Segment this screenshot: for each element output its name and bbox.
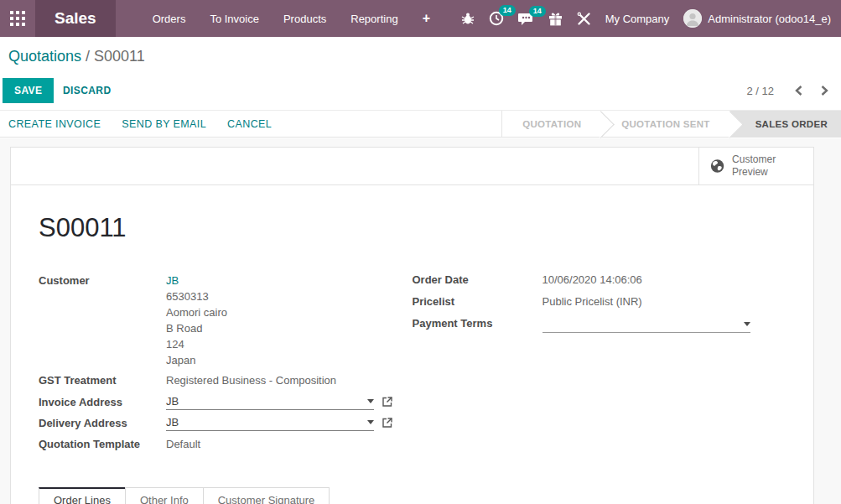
control-panel: SAVE DISCARD 2 / 12 (0, 75, 841, 109)
statusbar: QUOTATION QUOTATION SENT SALES ORDER (501, 111, 841, 137)
breadcrumb-current: S00011 (94, 48, 145, 65)
breadcrumb-row: Quotations / S00011 (0, 37, 841, 75)
tab-other-info[interactable]: Other Info (125, 487, 204, 504)
breadcrumb-quotations-link[interactable]: Quotations (8, 48, 81, 65)
app-name[interactable]: Sales (35, 0, 116, 37)
external-link-icon (382, 417, 393, 429)
delivery-address-input[interactable] (166, 416, 367, 429)
field-column-right: Order Date 10/06/2020 14:06:06 Pricelist… (413, 273, 786, 459)
field-pricelist: Pricelist Public Pricelist (INR) (413, 294, 786, 309)
dropdown-caret-icon[interactable] (367, 420, 374, 424)
gst-treatment-label: GST Treatment (39, 373, 166, 387)
activity-count-badge: 14 (499, 5, 516, 16)
customer-preview-button[interactable]: Customer Preview (698, 148, 813, 184)
breadcrumb-separator: / (81, 48, 94, 65)
invoice-address-external-link-button[interactable] (382, 396, 393, 408)
pricelist-value: Public Pricelist (INR) (542, 294, 642, 309)
form-statusbar-row: CREATE INVOICE SEND BY EMAIL CANCEL QUOT… (0, 110, 841, 138)
app-menu: Orders To Invoice Products Reporting + (153, 11, 430, 26)
apps-menu-icon[interactable] (0, 0, 35, 37)
cancel-button[interactable]: CANCEL (227, 118, 272, 130)
top-navbar: Sales Orders To Invoice Products Reporti… (0, 0, 841, 37)
send-by-email-button[interactable]: SEND BY EMAIL (122, 118, 206, 130)
order-date-value: 10/06/2020 14:06:06 (542, 273, 642, 287)
dropdown-caret-icon[interactable] (367, 399, 374, 403)
tab-order-lines[interactable]: Order Lines (39, 487, 126, 504)
field-customer: Customer JB 6530313 Aomori cairo B Road … (39, 273, 413, 368)
grid-icon (10, 11, 25, 26)
customer-address-line: B Road (166, 320, 227, 336)
customer-address-line: 6530313 (166, 288, 227, 304)
customer-address-line: Aomori cairo (166, 304, 227, 320)
tools-wrench-icon[interactable] (577, 12, 591, 26)
external-link-icon (382, 396, 393, 408)
gst-treatment-value: Registered Business - Composition (166, 373, 336, 387)
customer-preview-label: Customer Preview (732, 153, 802, 179)
payment-terms-field (542, 318, 750, 333)
user-avatar (683, 9, 702, 28)
delivery-address-label: Delivery Address (39, 416, 166, 431)
status-step-quotation-sent[interactable]: QUOTATION SENT (601, 111, 729, 137)
field-group: Customer JB 6530313 Aomori cairo B Road … (39, 273, 786, 459)
status-step-sales-order[interactable]: SALES ORDER (730, 111, 841, 137)
breadcrumb: Quotations / S00011 (8, 48, 145, 65)
field-quotation-template: Quotation Template Default (39, 437, 413, 451)
payment-terms-input[interactable] (542, 318, 744, 330)
message-count-badge: 14 (529, 6, 546, 17)
user-name: Administrator (odoo14_e) (708, 13, 831, 25)
field-payment-terms: Payment Terms (413, 316, 786, 333)
invoice-address-input[interactable] (166, 395, 367, 408)
record-title: S00011 (39, 212, 786, 244)
quotation-template-value: Default (166, 437, 200, 451)
chevron-right-icon (820, 85, 829, 96)
discard-button[interactable]: DISCARD (55, 78, 118, 103)
customer-label: Customer (39, 273, 166, 368)
pager-value[interactable]: 2 / 12 (746, 85, 774, 97)
debug-bug-icon[interactable] (461, 12, 475, 25)
gift-icon[interactable] (548, 12, 563, 26)
invoice-address-field (166, 395, 374, 410)
menu-reporting[interactable]: Reporting (350, 11, 397, 26)
pager-previous-button[interactable] (789, 83, 808, 98)
button-box: Customer Preview (11, 148, 813, 185)
field-order-date: Order Date 10/06/2020 14:06:06 (413, 273, 786, 287)
notebook-tabs: Order Lines Other Info Customer Signatur… (39, 487, 786, 504)
chevron-left-icon (794, 85, 803, 96)
form-sheet: Customer Preview S00011 Customer JB 6530… (10, 147, 814, 504)
pager: 2 / 12 (746, 83, 834, 98)
customer-address-line: 124 (166, 336, 227, 352)
user-menu[interactable]: Administrator (odoo14_e) (683, 9, 831, 28)
field-column-left: Customer JB 6530313 Aomori cairo B Road … (39, 273, 413, 459)
odoo-window: Sales Orders To Invoice Products Reporti… (0, 0, 841, 504)
customer-link[interactable]: JB (166, 274, 179, 287)
invoice-address-label: Invoice Address (39, 395, 166, 410)
payment-terms-label: Payment Terms (413, 316, 542, 333)
sheet-body: S00011 Customer JB 6530313 Aomori cairo … (11, 185, 813, 504)
pricelist-label: Pricelist (413, 294, 542, 309)
company-switcher[interactable]: My Company (605, 13, 670, 25)
customer-address-line: Japan (166, 352, 227, 368)
order-date-label: Order Date (413, 273, 542, 287)
save-button[interactable]: SAVE (3, 78, 54, 103)
menu-orders[interactable]: Orders (153, 11, 186, 26)
globe-icon (710, 158, 724, 174)
menu-to-invoice[interactable]: To Invoice (210, 11, 259, 26)
tab-customer-signature[interactable]: Customer Signature (203, 487, 330, 504)
field-invoice-address: Invoice Address (39, 395, 413, 410)
delivery-address-external-link-button[interactable] (382, 417, 393, 429)
form-view-background: Customer Preview S00011 Customer JB 6530… (0, 138, 841, 504)
pager-next-button[interactable] (815, 83, 834, 98)
field-gst-treatment: GST Treatment Registered Business - Comp… (39, 373, 413, 387)
navbar-systray: 14 14 (461, 9, 841, 28)
messages-chat-icon[interactable]: 14 (518, 12, 534, 26)
activities-clock-icon[interactable]: 14 (489, 11, 504, 26)
field-delivery-address: Delivery Address (39, 416, 413, 431)
create-invoice-button[interactable]: CREATE INVOICE (8, 118, 101, 130)
status-step-quotation[interactable]: QUOTATION (501, 111, 601, 137)
delivery-address-field (166, 416, 374, 431)
menu-products[interactable]: Products (283, 11, 326, 26)
dropdown-caret-icon[interactable] (744, 322, 750, 326)
quotation-template-label: Quotation Template (39, 437, 166, 451)
plus-icon[interactable]: + (423, 11, 430, 26)
